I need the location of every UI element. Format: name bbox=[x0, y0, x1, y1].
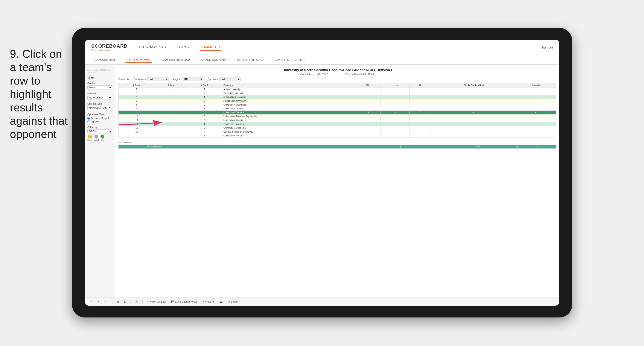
col-rounds: Rounds bbox=[516, 83, 556, 87]
division-select[interactable]: NCAA Division I bbox=[88, 96, 112, 100]
grid-table: # Rank # Reg # Conf Opponent Win Loss Ti… bbox=[118, 83, 556, 138]
col-reg: # Reg bbox=[155, 83, 187, 87]
main-content: Last Updated: 27/03/2024 16:55:38 Team G… bbox=[85, 65, 560, 298]
out-of-division-label: Out of division bbox=[118, 141, 556, 144]
table-row[interactable]: 4-1Arizona State University bbox=[118, 95, 556, 99]
view-original-btn[interactable]: 👁 View: Original bbox=[146, 300, 167, 304]
green-dot bbox=[100, 135, 104, 139]
col-diff: Diff Av Strokes/Rnd bbox=[432, 83, 516, 87]
table-row[interactable]: 14-1Texas Tech University bbox=[118, 122, 556, 126]
col-loss: Loss bbox=[381, 83, 410, 87]
col-win: Win bbox=[356, 83, 381, 87]
expand-btn[interactable]: ⊞ bbox=[123, 300, 128, 304]
top-nav: SCOREBOARD Powered by clippd TOURNAMENTS… bbox=[85, 40, 560, 55]
table-row[interactable]: 16-4Georgia Institute of Technology bbox=[118, 130, 556, 134]
table-row[interactable]: 13-3University of Virginia bbox=[118, 118, 556, 122]
school-label: School (Rank) bbox=[88, 103, 112, 105]
table-row[interactable]: 15-2University of Oklahoma bbox=[118, 126, 556, 130]
out-division-loss: 0 bbox=[362, 145, 400, 149]
table-row[interactable]: 12-6University of Arkansas, Fayetteville bbox=[118, 115, 556, 118]
conference-select[interactable]: (All) bbox=[147, 77, 169, 81]
nav-items: TOURNAMENTS TEAMS COMMITTEE bbox=[138, 44, 540, 51]
sidebar-school-section: School (Rank) University of Nort... bbox=[88, 103, 112, 110]
col-opponent: Opponent bbox=[222, 83, 356, 87]
nav-committee[interactable]: COMMITTEE bbox=[200, 44, 222, 51]
sub-nav-player-summary[interactable]: PLAYER SUMMARY bbox=[198, 57, 229, 62]
radio-group: Opponents Played Top 100 bbox=[88, 117, 112, 123]
opponent-view-section: Opponent View Opponents Played Top 100 bbox=[88, 113, 112, 123]
yellow-dot bbox=[88, 135, 92, 139]
watch-btn[interactable]: 👁 Watch ▾ bbox=[200, 300, 216, 304]
share-btn[interactable]: ↗ Share bbox=[226, 300, 239, 304]
chart-title: University of North Carolina Head-to-Hea… bbox=[118, 68, 556, 72]
table-row[interactable]: 8-2University of Washington bbox=[118, 103, 556, 107]
table-row[interactable]: 6-2Florida State University bbox=[118, 99, 556, 103]
redo-btn[interactable]: ↪ bbox=[96, 300, 100, 304]
out-division-row[interactable]: NCAA Division II 1 0 0 26.00 3 bbox=[118, 145, 556, 149]
overall-record: Overall Record: 89 - 17 - 0 bbox=[300, 73, 328, 75]
clock-btn[interactable]: 🕐 bbox=[134, 300, 139, 304]
down-dot: Down bbox=[88, 135, 92, 141]
conference-label: Conference bbox=[134, 78, 146, 81]
out-division-rounds: 3 bbox=[518, 145, 556, 149]
table-row[interactable]: 11-5University of Alabama3002.618 bbox=[118, 111, 556, 115]
opponent-select[interactable]: (All) bbox=[219, 77, 241, 81]
school-select[interactable]: University of Nort... bbox=[88, 106, 112, 110]
instruction-text: 9. Click on a team's row to highlight re… bbox=[10, 47, 70, 141]
colour-section: Colour by Win/loss Down Level bbox=[88, 126, 112, 141]
nav-teams[interactable]: TEAMS bbox=[177, 44, 189, 51]
region-filter: Region (All) bbox=[173, 77, 203, 81]
col-tie: Tie bbox=[410, 83, 432, 87]
colour-by-label: Colour by bbox=[88, 126, 112, 128]
opponents-label: Opponents: bbox=[118, 78, 130, 80]
bottom-toolbar: ↩ ↪ ↩↩ | ⧉ ⊞ | 🕐 | 👁 View: Original 💾 Sa… bbox=[85, 298, 560, 306]
opponent-view-label: Opponent View bbox=[88, 113, 112, 116]
sub-nav-team-h2h-grid[interactable]: TEAM H2H GRID bbox=[125, 57, 152, 63]
undo-btn[interactable]: ↩ bbox=[88, 300, 93, 304]
region-select[interactable]: (All) bbox=[182, 77, 203, 81]
save-custom-btn[interactable]: 💾 Save Custom View bbox=[170, 300, 198, 304]
last-updated: Last Updated: 27/03/2024 16:55:38 bbox=[88, 69, 112, 73]
chart-header: University of North Carolina Head-to-Hea… bbox=[118, 68, 556, 75]
logo-scoreboard: SCOREBOARD bbox=[91, 43, 128, 49]
table-row[interactable]: 3-2Vanderbilt University bbox=[118, 91, 556, 95]
out-division-tie: 0 bbox=[400, 145, 439, 149]
sub-nav-player-h2h-grid[interactable]: PLAYER H2H GRID bbox=[235, 57, 266, 62]
gender-select[interactable]: Men's bbox=[88, 85, 112, 89]
colour-by-select[interactable]: Win/loss bbox=[88, 129, 112, 133]
gray-dot bbox=[94, 135, 98, 139]
opponent-label: Opponent bbox=[208, 78, 218, 81]
sidebar-gender-section: Gender Men's bbox=[88, 82, 112, 89]
table-header-row: # Rank # Reg # Conf Opponent Win Loss Ti… bbox=[118, 83, 556, 87]
sidebar-team-section: Team bbox=[88, 76, 112, 79]
table-row[interactable]: 9-3University of Arizona bbox=[118, 107, 556, 111]
gender-label: Gender bbox=[88, 82, 112, 84]
tablet-frame: SCOREBOARD Powered by clippd TOURNAMENTS… bbox=[72, 28, 572, 318]
col-conf: # Conf bbox=[187, 83, 222, 87]
filters-row: Opponents: Conference (All) Region (All) bbox=[118, 77, 556, 81]
out-division-win: 1 bbox=[324, 145, 362, 149]
out-division-table: NCAA Division II 1 0 0 26.00 3 bbox=[118, 145, 556, 149]
sidebar-team-label: Team bbox=[88, 76, 112, 79]
opponent-filter: Opponent (All) bbox=[208, 77, 240, 81]
table-row[interactable]: --3University of Florida bbox=[118, 134, 556, 138]
tablet-screen: SCOREBOARD Powered by clippd TOURNAMENTS… bbox=[85, 40, 560, 306]
reset-btn[interactable]: ↩↩ bbox=[103, 300, 110, 304]
logo-powered: Powered by clippd bbox=[91, 49, 128, 51]
sub-nav-team-h2h-heatmap[interactable]: TEAM H2H HEATMAP bbox=[158, 57, 192, 62]
copy-btn[interactable]: ⧉ bbox=[116, 300, 120, 304]
camera-btn[interactable]: 📷 bbox=[218, 300, 224, 304]
colour-dots: Down Level Up bbox=[88, 135, 112, 141]
logo-area: SCOREBOARD Powered by clippd bbox=[91, 43, 128, 51]
sub-nav-player-h2h-heatmap[interactable]: PLAYER H2H HEATMAP bbox=[272, 57, 308, 62]
chart-records: Overall Record: 89 - 17 - 0 Division Rec… bbox=[118, 73, 556, 75]
table-row[interactable]: 2-1Auburn University bbox=[118, 87, 556, 91]
sub-nav-team-summary[interactable]: TEAM SUMMARY bbox=[91, 57, 119, 62]
nav-tournaments[interactable]: TOURNAMENTS bbox=[138, 44, 166, 51]
top-100-radio[interactable]: Top 100 bbox=[88, 120, 112, 123]
level-dot: Level bbox=[94, 135, 99, 141]
sidebar: Last Updated: 27/03/2024 16:55:38 Team G… bbox=[85, 65, 115, 298]
sidebar-division-section: Division NCAA Division I bbox=[88, 92, 112, 100]
opponents-played-radio[interactable]: Opponents Played bbox=[88, 117, 112, 120]
out-division-name: NCAA Division II bbox=[146, 145, 324, 149]
